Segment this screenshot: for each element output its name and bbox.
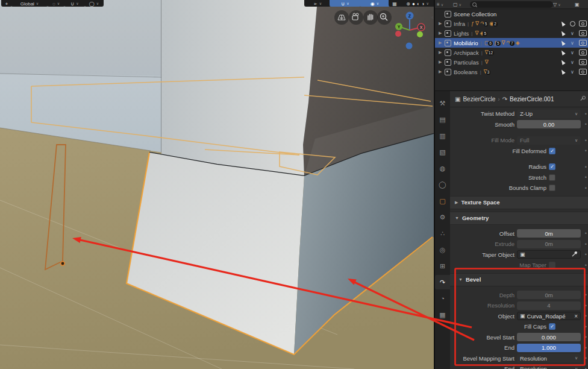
selectable-toggle[interactable]: [559, 19, 566, 28]
properties-tab-modifiers[interactable]: ⚙: [435, 210, 450, 224]
viewport-visibility-toggle[interactable]: ∨: [569, 67, 576, 77]
dropdown-end[interactable]: Resolution∨: [517, 365, 581, 369]
proportional-editing-dropdown[interactable]: ◯∨: [84, 0, 104, 7]
viewport-visibility-toggle[interactable]: ∨: [569, 28, 576, 38]
outliner-row[interactable]: ▶Lights|∇◈5∨: [435, 28, 588, 38]
outliner-row[interactable]: ▶Booleans|∇3∨: [435, 67, 588, 77]
properties-tab-view-layer[interactable]: ▧: [435, 145, 450, 159]
expand-arrow-icon[interactable]: ▶: [439, 31, 445, 36]
display-mode-menu[interactable]: ▢∨: [453, 1, 461, 8]
checkbox-stretch[interactable]: [549, 174, 555, 181]
viewport-visibility-toggle[interactable]: ∨: [569, 48, 576, 57]
shading-mode-cluster[interactable]: ⊕●◐◑∨: [399, 0, 434, 7]
properties-tab-physics[interactable]: ◎: [435, 242, 450, 257]
selectable-toggle[interactable]: [559, 38, 566, 48]
dropdown-value: Resolution: [520, 365, 547, 369]
gizmo-neg-x-axis[interactable]: [395, 31, 401, 37]
curve-origin-point[interactable]: [61, 262, 64, 265]
checkbox-fill-caps[interactable]: ✓: [549, 323, 555, 330]
properties-tab-material[interactable]: ◔: [435, 291, 450, 306]
camera-icon: [579, 59, 587, 65]
selectable-toggle[interactable]: [559, 67, 566, 77]
checkbox-radius[interactable]: ✓: [549, 163, 555, 170]
properties-tab-tool[interactable]: ⚒: [435, 96, 450, 110]
properties-tab-world[interactable]: ◯: [435, 177, 450, 192]
properties-tab-object[interactable]: ▢: [435, 194, 450, 208]
render-visibility-toggle[interactable]: [578, 48, 587, 57]
check-icon: ∨: [571, 31, 574, 36]
proportional-falloff-toggle[interactable]: ◉∨: [360, 0, 390, 7]
snap-magnet-toggle[interactable]: ∪∨: [330, 0, 361, 7]
outliner-row[interactable]: ▶Archipack|∇12∨: [435, 48, 588, 57]
object-type-icon: ∇: [475, 20, 479, 27]
gizmo-neg-y-axis[interactable]: [417, 31, 423, 37]
checkbox-fill-deformed[interactable]: ✓: [549, 148, 555, 154]
pin-icon[interactable]: [580, 96, 586, 102]
number-field-smooth[interactable]: 0.00: [517, 120, 581, 128]
properties-tab-scene[interactable]: ◍: [435, 161, 450, 175]
viewport-visibility-toggle[interactable]: ∨: [569, 38, 576, 48]
gizmo-neg-z-axis[interactable]: [406, 43, 413, 49]
expand-arrow-icon[interactable]: ▶: [439, 60, 445, 65]
render-visibility-toggle[interactable]: [578, 67, 587, 77]
outliner-row[interactable]: ▶Infra|ƒ∇↷5◉2: [435, 19, 588, 28]
render-visibility-toggle[interactable]: [578, 19, 587, 28]
editor-type-menu[interactable]: ≡∨: [437, 1, 443, 8]
panel-header-bevel[interactable]: ▼Bevel: [450, 273, 588, 286]
expand-arrow-icon[interactable]: ▶: [439, 50, 445, 55]
number-field-resolution[interactable]: 4: [517, 301, 581, 310]
properties-tab-object-data[interactable]: ↷: [435, 275, 450, 289]
breadcrumb-object-name[interactable]: BezierCircle: [463, 96, 495, 102]
select-tool-dropdown[interactable]: ➢∨: [304, 0, 331, 7]
selectable-toggle[interactable]: [559, 48, 566, 57]
render-visibility-toggle[interactable]: [578, 38, 587, 48]
pan-hand-button[interactable]: [363, 10, 378, 25]
panel-header-texture-space[interactable]: ▶Texture Space: [450, 196, 588, 209]
render-visibility-toggle[interactable]: [578, 57, 587, 67]
outliner-row[interactable]: ▶Mobiliário|▢6ƒ5∇↷7◈∨: [435, 38, 588, 48]
outliner-row-scene-collection[interactable]: Scene Collection: [435, 9, 588, 19]
perspective-grid-button[interactable]: [334, 10, 349, 25]
search-input[interactable]: [470, 1, 553, 8]
object-field-object[interactable]: ▣Curva_Rodapé×: [517, 312, 581, 320]
number-field-offset[interactable]: 0m: [517, 229, 581, 238]
checkbox-bounds-clamp[interactable]: [549, 184, 555, 191]
panel-header-geometry[interactable]: ▼Geometry: [450, 212, 588, 225]
properties-tab-render[interactable]: ▤: [435, 112, 450, 127]
material-icon: ◔: [440, 295, 445, 302]
dropdown-bevel-mapping-start[interactable]: Resolution∨: [517, 354, 581, 362]
3d-viewport[interactable]: Z Y X ‹ ⌖ Global∨ ◌∨ ∪∨ ◯∨ ➢∨ ∪∨ ◉∨ ▦ ⊕●…: [0, 0, 434, 369]
zoom-magnifier-button[interactable]: [377, 10, 392, 25]
dropdown-twist-method[interactable]: Z-Up∨: [517, 110, 581, 118]
snap-dropdown[interactable]: ∪∨: [64, 0, 86, 7]
clear-icon[interactable]: ×: [574, 313, 578, 320]
number-field-end[interactable]: 1.000: [517, 344, 581, 352]
properties-tab-texture[interactable]: ▦: [435, 308, 450, 322]
object-type-badge: ∇: [475, 30, 478, 36]
transform-orientation-dropdown[interactable]: Global∨: [11, 0, 48, 7]
number-field-extrude[interactable]: 0m: [517, 240, 581, 248]
pivot-point-dropdown[interactable]: ◌∨: [47, 0, 65, 7]
visibility-eye-toggle[interactable]: [569, 19, 576, 28]
filter-menu[interactable]: ▽∨: [553, 1, 561, 8]
outliner-row[interactable]: ▶Particulas|∇∨: [435, 57, 588, 67]
object-field-taper-object[interactable]: ▣: [517, 250, 581, 259]
outliner-options-icon[interactable]: ▣: [575, 1, 580, 8]
selectable-toggle[interactable]: [559, 28, 566, 38]
eyedropper-icon[interactable]: [572, 251, 578, 258]
expand-arrow-icon[interactable]: ▶: [439, 69, 445, 74]
properties-tab-particles[interactable]: ∴: [435, 226, 450, 241]
checkbox-map-taper[interactable]: [549, 262, 555, 268]
expand-arrow-icon[interactable]: ▶: [439, 21, 445, 26]
camera-view-button[interactable]: [349, 10, 363, 25]
selectable-toggle[interactable]: [559, 57, 566, 67]
properties-tab-output[interactable]: ▥: [435, 128, 450, 143]
dropdown-fill-mode[interactable]: Full∨: [517, 136, 581, 145]
properties-tab-constraints[interactable]: ⊞: [435, 259, 450, 273]
render-visibility-toggle[interactable]: [578, 28, 587, 38]
number-field-bevel-start[interactable]: 0.000: [517, 333, 581, 341]
breadcrumb-data-name[interactable]: BezierCircle.001: [510, 96, 554, 102]
viewport-visibility-toggle[interactable]: ∨: [569, 57, 576, 67]
expand-arrow-icon[interactable]: ▶: [439, 40, 445, 45]
number-field-depth[interactable]: 0m: [517, 291, 581, 299]
